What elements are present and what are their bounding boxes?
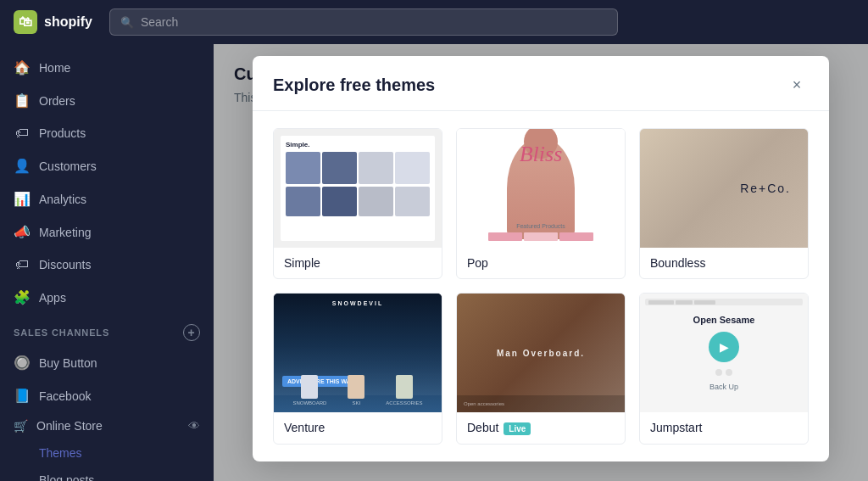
theme-name-venture: Venture — [274, 412, 442, 443]
sidebar-sub-themes[interactable]: Themes — [0, 439, 214, 467]
sidebar-item-buy-button[interactable]: 🔘 Buy Button — [0, 346, 214, 379]
sidebar: 🏠 Home 📋 Orders 🏷 Products 👤 Customers 📊… — [0, 44, 214, 481]
main-content: Cu... This... they... Explore free theme… — [214, 44, 868, 481]
theme-preview-simple: Simple. — [274, 129, 442, 248]
home-icon: 🏠 — [14, 59, 31, 76]
sales-channels-section: SALES CHANNELS + — [0, 314, 214, 346]
theme-card-pop[interactable]: Bliss Featured Products — [456, 128, 626, 279]
sidebar-item-label: Analytics — [39, 193, 86, 206]
explore-themes-modal: Explore free themes × Simple. — [253, 56, 829, 461]
modal-title: Explore free themes — [273, 76, 435, 95]
theme-card-boundless[interactable]: Re+Co. Boundless — [639, 128, 809, 279]
theme-card-jumpstart[interactable]: Open Sesame ▶ Back Up Jumpstart — [639, 293, 809, 445]
sidebar-item-facebook[interactable]: 📘 Facebook — [0, 379, 214, 412]
modal-body: Simple. — [253, 111, 829, 461]
theme-preview-pop: Bliss Featured Products — [457, 129, 625, 248]
sidebar-item-label: Orders — [39, 94, 75, 108]
themes-label: Themes — [39, 446, 82, 460]
theme-name-pop: Pop — [457, 248, 625, 278]
search-bar[interactable]: 🔍 — [109, 8, 618, 36]
open-sesame-title: Open Sesame — [693, 315, 755, 325]
sidebar-item-online-store[interactable]: 🛒 Online Store 👁 — [0, 412, 214, 439]
sidebar-item-label: Apps — [39, 291, 66, 305]
sidebar-item-products[interactable]: 🏷 Products — [0, 117, 214, 149]
eye-icon[interactable]: 👁 — [188, 419, 200, 433]
buy-button-icon: 🔘 — [14, 355, 31, 371]
sidebar-item-marketing[interactable]: 📣 Marketing — [0, 215, 214, 249]
facebook-icon: 📘 — [14, 388, 31, 404]
theme-preview-debut: Man Overboard. Open accessories — [457, 294, 625, 412]
theme-preview-boundless: Re+Co. — [640, 129, 808, 248]
modal-overlay: Explore free themes × Simple. — [214, 44, 868, 481]
theme-name-debut: DebutLive — [457, 412, 625, 444]
layout: 🏠 Home 📋 Orders 🏷 Products 👤 Customers 📊… — [0, 44, 868, 481]
blog-posts-label: Blog posts — [39, 473, 94, 481]
theme-preview-jumpstart: Open Sesame ▶ Back Up — [640, 294, 808, 412]
online-store-icon: 🛒 — [14, 419, 28, 433]
online-store-label: Online Store — [36, 419, 103, 433]
search-icon: 🔍 — [120, 16, 134, 29]
sidebar-item-label: Marketing — [39, 226, 91, 239]
open-sesame-back-label: Back Up — [709, 383, 738, 391]
theme-name-simple: Simple — [274, 248, 442, 278]
logo: shopify — [14, 10, 92, 34]
sidebar-item-orders[interactable]: 📋 Orders — [0, 84, 214, 117]
apps-icon: 🧩 — [14, 289, 31, 305]
sidebar-item-customers[interactable]: 👤 Customers — [0, 149, 214, 182]
marketing-icon: 📣 — [14, 224, 31, 240]
online-store-left: 🛒 Online Store — [14, 419, 103, 433]
theme-name-boundless: Boundless — [640, 248, 808, 278]
add-sales-channel-button[interactable]: + — [183, 324, 200, 341]
sidebar-item-label: Customers — [39, 159, 97, 173]
analytics-icon: 📊 — [14, 191, 31, 207]
sidebar-item-analytics[interactable]: 📊 Analytics — [0, 182, 214, 215]
logo-text: shopify — [44, 14, 92, 30]
search-input[interactable] — [141, 15, 607, 29]
theme-card-debut[interactable]: Man Overboard. Open accessories DebutLiv… — [456, 293, 626, 445]
modal-close-button[interactable]: × — [785, 73, 809, 97]
header: shopify 🔍 — [0, 0, 868, 44]
sales-channels-label: SALES CHANNELS — [14, 327, 109, 338]
sidebar-item-label: Facebook — [39, 389, 91, 403]
sidebar-item-home[interactable]: 🏠 Home — [0, 51, 214, 84]
theme-card-venture[interactable]: SNOWDEVIL ADVENTURE THIS WAY SNOWBOARD — [273, 293, 442, 445]
sidebar-item-label: Buy Button — [39, 356, 97, 370]
discounts-icon: 🏷 — [14, 257, 31, 272]
sidebar-item-label: Home — [39, 61, 70, 75]
sidebar-item-label: Products — [39, 126, 86, 140]
sidebar-sub-blog-posts[interactable]: Blog posts — [0, 467, 214, 481]
live-badge: Live — [504, 422, 531, 435]
modal-header: Explore free themes × — [253, 56, 829, 111]
theme-preview-venture: SNOWDEVIL ADVENTURE THIS WAY SNOWBOARD — [274, 294, 442, 412]
sidebar-item-discounts[interactable]: 🏷 Discounts — [0, 249, 214, 281]
products-icon: 🏷 — [14, 126, 31, 141]
orders-icon: 📋 — [14, 92, 31, 109]
theme-name-jumpstart: Jumpstart — [640, 412, 808, 443]
shopify-logo-icon — [14, 10, 37, 34]
theme-card-simple[interactable]: Simple. — [273, 128, 442, 279]
open-sesame-play-icon: ▶ — [709, 332, 739, 362]
customers-icon: 👤 — [14, 158, 31, 174]
sidebar-item-apps[interactable]: 🧩 Apps — [0, 281, 214, 314]
sidebar-item-label: Discounts — [39, 258, 91, 271]
